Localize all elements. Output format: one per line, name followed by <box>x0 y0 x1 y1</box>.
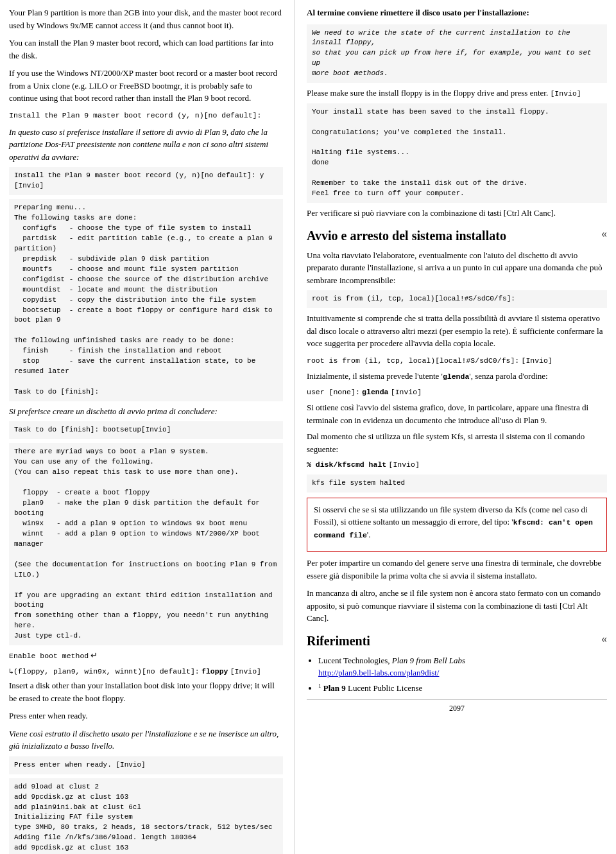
right-para8: Per poter impartire un comando del gener… <box>307 557 607 582</box>
right-warning-mono: kfscmd: can't open command file <box>314 518 593 539</box>
right-para6: Si ottiene così l'avvio del sistema graf… <box>307 401 607 426</box>
heading3-pre: Enable boot method <box>9 652 89 660</box>
right-para5: Inizialmente, il sistema prevede l'utent… <box>307 370 607 383</box>
right-code5-pre: % disk/kfscmd halt <box>307 460 386 469</box>
right-para3: Una volta riavviato l'elaboratore, event… <box>307 249 607 287</box>
right-para2: Per verificare si può riavviare con la c… <box>307 207 607 220</box>
right-ref2-rest: Lucent Public License <box>348 683 422 693</box>
left-heading1-it: In questo caso si preferisce installare … <box>9 126 283 164</box>
right-ref2-pre: Plan 9 <box>323 683 346 693</box>
left-para4: Insert a disk other than your installati… <box>9 679 283 704</box>
left-heading1: Install the Plan 9 master boot record (y… <box>9 110 283 121</box>
right-para9: In mancanza di altro, anche se il file s… <box>307 587 607 625</box>
right-code3-pre: root is from (il, tcp, local)[local!#S/s… <box>307 356 519 365</box>
right-section2-title: Riferimenti <box>307 632 607 649</box>
right-ref1-url: http://plan9.bell-labs.com/plan9dist/ <box>318 668 439 677</box>
right-section-title: Avvio e arresto del sistema installato <box>307 227 607 244</box>
right-code4-pre: user [none]: <box>307 388 360 396</box>
left-para2: You can install the Plan 9 master boot r… <box>9 37 283 62</box>
left-code5: Press enter when ready. [Invio] <box>9 756 283 774</box>
right-heading-top: Al termine conviene rimettere il disco u… <box>307 6 607 19</box>
left-code2: Preparing menu... The following tasks ar… <box>9 199 283 401</box>
left-heading4: Viene così estratto il dischetto usato p… <box>9 728 283 753</box>
right-ref2-sup: 1 <box>318 683 321 689</box>
right-guillemet2: « <box>601 632 607 646</box>
left-para1: Your Plan 9 partition is more than 2GB i… <box>9 6 283 31</box>
left-heading3: Enable boot method ↵ <box>9 649 283 662</box>
right-note-box: We need to write the state of the curren… <box>307 24 607 83</box>
right-code4-invio: [Invio] <box>391 388 422 396</box>
right-column: Al termine conviene rimettere il disco u… <box>295 0 616 854</box>
right-warning-text: Si osservi che se si sta utilizzando un … <box>314 503 600 541</box>
right-para7: Dal momento che si utilizza un file syst… <box>307 430 607 455</box>
right-code4: user [none]: glenda [Invio] <box>307 385 607 398</box>
right-code5-invio: [Invio] <box>388 460 419 469</box>
right-ref1-italic: Plan 9 from Bell Labs <box>392 656 465 665</box>
left-code3: Task to do [finish]: bootsetup[Invio] <box>9 421 283 439</box>
right-code3-invio: [Invio] <box>522 356 552 365</box>
right-code5: % disk/kfscmd halt [Invio] <box>307 458 607 471</box>
heading3-bold: floppy <box>201 667 228 675</box>
left-heading2: Si preferisce creare un dischetto di avv… <box>9 405 283 418</box>
right-page-num: 2097 <box>307 699 607 713</box>
heading3-code-text: ↳(floppy, plan9, win9x, winnt)[no defaul… <box>9 667 200 675</box>
right-ref1-pre: Lucent Technologies, <box>318 656 389 665</box>
left-para3: If you use the Windows NT/2000/XP master… <box>9 67 283 105</box>
left-code1: Install the Plan 9 master boot record (y… <box>9 167 283 195</box>
right-code5-result: kfs file system halted <box>307 475 607 492</box>
left-code6: add 9load at clust 2 add 9pcdisk.gz at c… <box>9 778 283 854</box>
right-para1-invio: [Invio] <box>550 89 581 98</box>
right-code1: Your install state has been saved to the… <box>307 103 607 203</box>
right-references-list: Lucent Technologies, Plan 9 from Bell La… <box>318 654 607 695</box>
right-warning-box: Si osservi che se si sta utilizzando un … <box>307 498 607 552</box>
left-code4: There are myriad ways to boot a Plan 9 s… <box>9 443 283 645</box>
left-para5: Press enter when ready. <box>9 710 283 722</box>
right-ref1: Lucent Technologies, Plan 9 from Bell La… <box>318 654 607 679</box>
left-heading3-code: ↳(floppy, plan9, win9x, winnt)[no defaul… <box>9 665 283 677</box>
right-para1: Please make sure the install floppy is i… <box>307 87 607 100</box>
heading3-arrow: ↵ <box>90 650 98 660</box>
right-para1-pre: Please make sure the install floppy is i… <box>307 88 548 98</box>
right-guillemet: « <box>601 227 607 241</box>
heading3-invio: [Invio] <box>230 667 261 675</box>
right-code4-bold: glenda <box>362 388 388 396</box>
left-column: Your Plan 9 partition is more than 2GB i… <box>0 0 295 854</box>
right-code3: root is from (il, tcp, local)[local!#S/s… <box>307 354 607 367</box>
right-code2: root is from (il, tcp, local)[local!#S/s… <box>307 290 607 308</box>
right-para4: Intuitivamente si comprende che si tratt… <box>307 312 607 350</box>
right-ref2: 1 Plan 9 Lucent Public License <box>318 682 607 695</box>
right-para5-bold: glenda <box>443 372 469 381</box>
